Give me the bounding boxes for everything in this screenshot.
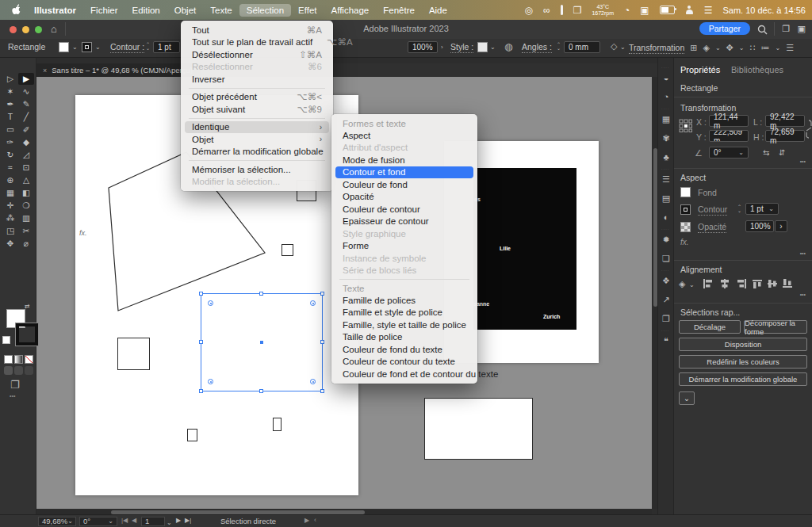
menubar-item-illustrator[interactable]: Illustrator <box>27 4 83 17</box>
tab-proprietes[interactable]: Propriétés <box>680 65 720 74</box>
clock-icon[interactable]: ◔ <box>624 5 630 16</box>
menubar-item-texte[interactable]: Texte <box>203 4 239 17</box>
color-mode-button[interactable] <box>4 355 13 364</box>
opacity-link[interactable]: Opacité <box>698 222 726 233</box>
menu-item-modification-globale[interactable]: Démarrer la modification globale <box>185 146 329 158</box>
align-middle-v-icon[interactable] <box>768 279 777 288</box>
h-field[interactable]: 72,659 m <box>765 130 805 142</box>
color-wheel-icon[interactable]: ◍ <box>504 41 512 52</box>
x-field[interactable]: 121,44 m <box>709 115 749 127</box>
angles-field[interactable]: 0 mm <box>564 41 600 53</box>
opacity-field[interactable]: 100% <box>745 220 774 232</box>
perspective-grid-tool[interactable]: △ <box>18 174 34 186</box>
symbols-panel-icon[interactable]: ♣ <box>658 152 674 162</box>
stroke-chevron-icon[interactable]: ⌄ <box>95 44 101 51</box>
gradient-tool[interactable]: ◧ <box>18 187 34 199</box>
decomposer-forme-button[interactable]: Décomposer la forme <box>744 320 807 334</box>
small-square-2[interactable] <box>282 244 293 256</box>
menu-item-tout-plan[interactable]: Tout sur le plan de travail actif⌥⌘A <box>185 36 329 49</box>
handle-e[interactable] <box>320 340 324 344</box>
corner-widget-nw[interactable] <box>208 300 213 306</box>
redefinir-couleurs-button[interactable]: Redéfinir les couleurs <box>679 355 807 369</box>
submenu-item-couleur-contour[interactable]: Couleur de contour <box>335 203 473 216</box>
pen-tool[interactable]: ✒ <box>2 98 18 110</box>
prev-artboard-icon[interactable]: ◀ <box>132 517 136 524</box>
menu-item-identique[interactable]: Identique› <box>185 121 329 134</box>
stroke-weight-label[interactable]: Contour : <box>110 42 144 53</box>
align-center-h-icon[interactable] <box>719 279 730 288</box>
submenu-item-famille-style-taille[interactable]: Famille, style et taille de police <box>335 319 473 331</box>
opacity-expand-button[interactable]: › <box>775 220 787 232</box>
artboard-tool[interactable]: ◳ <box>2 225 18 237</box>
menubar-item-effet[interactable]: Effet <box>291 4 324 17</box>
modification-globale-button[interactable]: Démarrer la modification globale <box>679 372 807 386</box>
artboard-number-field[interactable]: 1 <box>141 517 165 526</box>
eraser-tool[interactable]: ◆ <box>18 136 34 148</box>
style-swatch[interactable] <box>477 42 488 52</box>
export-panel-icon[interactable]: ↗ <box>658 295 674 305</box>
style-chevron-icon[interactable]: ⌄ <box>490 44 496 51</box>
submenu-item-famille-polices[interactable]: Famille de polices <box>335 294 473 307</box>
menubar-item-fenetre[interactable]: Fenêtre <box>376 4 422 17</box>
symbol-sprayer-tool[interactable]: ⁂ <box>2 212 18 224</box>
default-swatches-icon[interactable] <box>2 336 10 344</box>
panel-toggle-icon[interactable]: ▣ <box>798 24 806 34</box>
status-play-icon[interactable]: ▶ <box>304 517 309 524</box>
link-dimensions-icon[interactable] <box>806 119 812 139</box>
apple-menu[interactable] <box>0 4 27 17</box>
corner-widget-se[interactable] <box>310 379 316 384</box>
last-artboard-icon[interactable]: ▶| <box>185 517 191 524</box>
search-icon[interactable] <box>757 24 768 38</box>
brushes-panel-icon[interactable]: ✾ <box>658 133 674 143</box>
blend-tool[interactable]: ❍ <box>18 200 34 212</box>
handle-se[interactable] <box>320 389 324 393</box>
stroke-swatch[interactable] <box>82 42 92 52</box>
eyedropper-tool[interactable]: ✛ <box>2 200 18 212</box>
gradient-panel-icon[interactable]: ▤ <box>658 193 674 204</box>
menu-item-inverser[interactable]: Inverser <box>185 73 329 86</box>
submenu-item-opacite[interactable]: Opacité <box>335 191 473 204</box>
list-options-icon[interactable]: ≔ <box>761 43 770 53</box>
graph-tool[interactable]: ▥ <box>18 212 34 224</box>
status-collapse-icon[interactable]: ‹ <box>314 516 316 524</box>
stroke-stepper[interactable]: ⌃⌄ <box>146 43 150 51</box>
small-square-4[interactable] <box>187 429 197 441</box>
artboards-panel-icon[interactable]: ❐ <box>658 314 674 324</box>
rotate-tool[interactable]: ↻ <box>2 149 18 161</box>
submenu-item-couleur-contour-texte[interactable]: Couleur de contour du texte <box>335 356 473 369</box>
menu-item-objet-suivant[interactable]: Objet suivant⌥⌘9 <box>185 103 329 116</box>
style-label[interactable]: Style : <box>450 42 473 53</box>
isolate-chevron-icon[interactable]: ⌄ <box>739 44 745 52</box>
grid-dots-icon[interactable]: ∷ <box>750 43 756 53</box>
swap-fill-stroke-icon[interactable]: ⇄ <box>25 303 30 310</box>
battery-icon[interactable] <box>660 6 675 14</box>
disposition-button[interactable]: Disposition <box>679 338 807 351</box>
paintbrush-tool[interactable]: ✐ <box>18 124 34 136</box>
handle-ne[interactable] <box>320 292 324 296</box>
select-similar-chevron-icon[interactable]: ⌄ <box>715 44 721 52</box>
selection-tool[interactable]: ▶ <box>18 73 34 85</box>
slice-tool[interactable]: ✂ <box>18 225 34 237</box>
color-panel-icon[interactable]: ◒ <box>658 73 674 82</box>
align-to-chevron-icon[interactable]: ⌄ <box>689 281 695 288</box>
align-left-icon[interactable] <box>703 279 714 288</box>
menubar-item-edition[interactable]: Edition <box>125 4 167 17</box>
align-to-icon[interactable]: ◈ <box>679 279 685 289</box>
type-tool[interactable]: T <box>2 111 18 123</box>
vertical-scroll-thumb[interactable] <box>653 148 657 307</box>
layers-panel-icon[interactable]: ❖ <box>658 276 674 286</box>
transparency-panel-icon[interactable]: ◐ <box>658 212 674 222</box>
temp-fan-widget[interactable]: 43°C 1672rpm <box>592 4 614 17</box>
magic-wand-tool[interactable]: ✶ <box>2 86 18 97</box>
swatches-panel-icon[interactable]: ▦ <box>658 114 674 124</box>
shape-props-chevron-icon[interactable]: ⌄ <box>620 44 626 51</box>
workspace-icon[interactable]: ❐ <box>782 24 790 34</box>
handle-s[interactable] <box>259 389 263 393</box>
stroke-panel-icon[interactable]: ☰ <box>658 174 674 185</box>
zoom-tool[interactable]: ⌀ <box>18 238 34 250</box>
angle-dropdown[interactable]: 0°⌄ <box>709 147 749 158</box>
draw-behind-button[interactable] <box>14 366 23 375</box>
menubar-item-selection[interactable]: Sélection <box>239 4 291 17</box>
mesh-tool[interactable]: ▦ <box>2 187 18 199</box>
reference-point-grid[interactable] <box>679 119 692 132</box>
